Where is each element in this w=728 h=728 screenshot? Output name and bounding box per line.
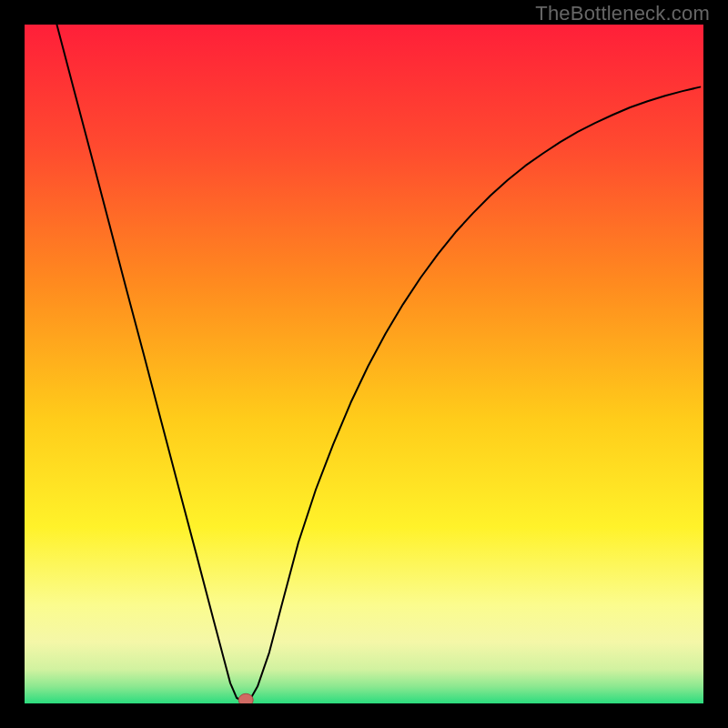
plot-area bbox=[25, 25, 703, 703]
chart-svg bbox=[25, 25, 703, 703]
gradient-background bbox=[25, 25, 703, 703]
watermark-text: TheBottleneck.com bbox=[535, 2, 710, 25]
optimal-point-marker bbox=[238, 693, 253, 703]
chart-frame: TheBottleneck.com bbox=[0, 0, 728, 728]
